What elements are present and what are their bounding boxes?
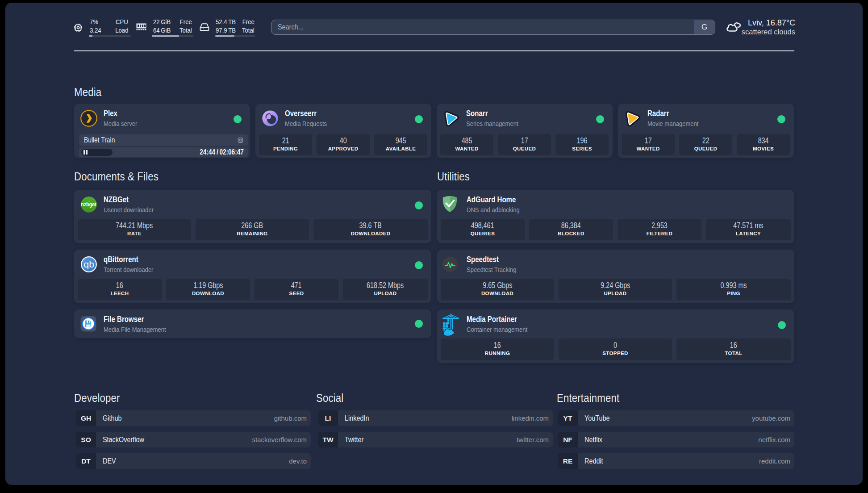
svg-text:nzbget: nzbget (81, 201, 96, 207)
svg-text:qb: qb (84, 259, 94, 269)
